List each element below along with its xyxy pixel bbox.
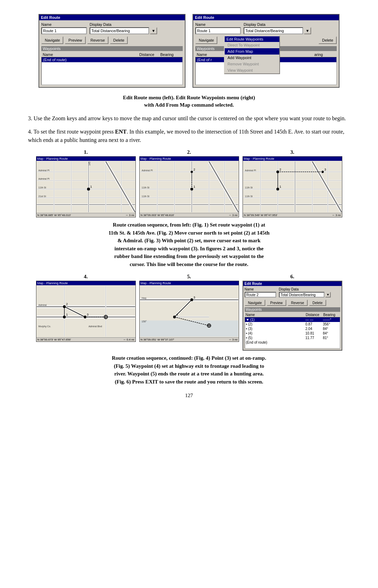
figure-6-dropdown[interactable]: ▼ (325, 292, 331, 297)
para1: 3. Use the Zoom keys and arrow keys to m… (28, 114, 350, 123)
figure-6-col-headers: Name Distance Bearing (245, 313, 340, 317)
context-menu-view[interactable]: View Waypoint (225, 67, 279, 73)
figure-2-body: 1 2 Admiral Pl 11th St 11th St (140, 162, 239, 212)
figure-6-wp-end-name: (End of route) (246, 340, 306, 344)
figure-6-titlebar: Edit Route (243, 281, 342, 286)
svg-text:2: 2 (66, 302, 68, 306)
edit-route-dialog-left: Edit Route Name Display Data ▼ (38, 14, 186, 88)
right-display-input[interactable] (244, 27, 303, 34)
caption3-bold: EXIT (145, 379, 158, 385)
context-menu-direct[interactable]: Direct To Waypoint (225, 42, 279, 48)
right-display-label: Display Data (244, 22, 311, 27)
figure-4-scale: ↔ 0.4 mi (123, 338, 134, 341)
svg-text:11th St: 11th St (245, 186, 252, 189)
figure-6-wp-3-dist: 2.04 (306, 327, 323, 331)
left-reverse-btn[interactable]: Reverse (87, 36, 108, 44)
figure-3-map: Map - Planning Route (243, 156, 342, 217)
figure-6-display-input[interactable] (279, 292, 324, 297)
figure-5-status: N 36°09.051' W 99°37.107' ↔ 3 mi (140, 337, 239, 342)
context-menu-remove[interactable]: Remove Waypoint (225, 61, 279, 67)
figure-6-container: 6. Edit Route Name Display Data ▼ (243, 274, 342, 351)
figure-6-delete-btn[interactable]: Delete (309, 300, 326, 306)
figure-2-status: N 38°09.003' W 95°48.816' ↔ 3 mi (140, 213, 239, 217)
left-display-dropdown[interactable]: ▼ (150, 27, 157, 34)
figure-6-body: Name Display Data ▼ Navigate Preview Re (243, 286, 342, 350)
right-field-group: Name Display Data ▼ (195, 22, 337, 34)
figure-1-num: 1. (84, 149, 88, 155)
figure-6-wp-1[interactable]: ▼ (1) — — ——° (245, 317, 340, 322)
figure-6-wp-1-bearing: ——° (323, 318, 339, 322)
svg-text:11th St: 11th St (245, 195, 252, 198)
svg-text:150°: 150° (141, 320, 146, 323)
svg-text:3: 3 (324, 168, 326, 171)
figure-2-titlebar: Map - Planning Route (140, 157, 239, 161)
figure-6-wp-3[interactable]: • (3) 2.04 84° (245, 327, 340, 331)
figure-6-wp-3-bearing: 84° (323, 327, 339, 331)
context-menu-add-waypoint[interactable]: Add Waypoint (225, 55, 279, 61)
svg-text:1: 1 (193, 185, 195, 188)
left-waypoint-end[interactable]: (End of route) (42, 57, 182, 62)
figure-1-scale: ↔ 3 mi (125, 214, 134, 217)
left-name-input[interactable] (41, 27, 87, 34)
left-waypoints-header: Waypoints (41, 46, 183, 51)
left-waypoints-list: (End of route) (41, 57, 183, 85)
figure-6-wp-list: ▼ (1) — — ——° • (2) 0.87 356° • (3) 2.04… (245, 317, 340, 349)
context-menu-add-from-map[interactable]: Add From Map (225, 48, 279, 55)
caption1-line1: Edit Route menu (left). Edit Route Waypo… (123, 95, 255, 100)
figure-2-map: Map - Planning Route (139, 156, 239, 217)
svg-text:Admiral Blvd: Admiral Blvd (88, 325, 102, 328)
figure-1-map: Map - Planning Route (36, 156, 136, 217)
left-navigate-btn[interactable]: Navigate (41, 36, 63, 44)
svg-point-56 (190, 171, 193, 173)
para2-pre: 4. To set the first route waypoint press (28, 129, 115, 135)
left-dialog-titlebar: Edit Route (39, 15, 185, 20)
figure-6-wp-4[interactable]: • (4) 10.81 84° (245, 331, 340, 336)
svg-text:11th St: 11th St (141, 186, 149, 189)
right-col-bearing: aring (314, 52, 335, 57)
caption1: Edit Route menu (left). Edit Route Waypo… (28, 94, 350, 109)
figure-6-name-input[interactable] (245, 292, 276, 297)
right-panel-wrapper: Edit Route Name Display Data ▼ (192, 14, 340, 88)
caption1-line2: with Add From Map command selected. (144, 102, 234, 108)
figure-1-status: N 38°08.885' W 95°48.010' ↔ 3 mi (36, 213, 135, 217)
right-navigate-btn[interactable]: Navigate (195, 36, 217, 44)
svg-text:11th St: 11th St (38, 186, 46, 189)
figure-6-wp-end[interactable]: (End of route) (245, 340, 340, 345)
figure-6-wp-header: Waypoints (245, 307, 340, 312)
left-wp-name: (End of route) (43, 58, 139, 62)
figure-6-wp-5[interactable]: • (5) 11.77 81° (245, 336, 340, 340)
svg-rect-122 (140, 321, 238, 337)
figure-1-titlebar: Map - Planning Route (36, 157, 135, 161)
left-dialog-body: Name Display Data ▼ Navigate Preview Re (39, 20, 185, 87)
para2: 4. To set the first route waypoint press… (28, 128, 350, 144)
figure-6-preview-btn[interactable]: Preview (267, 300, 286, 306)
figure-6-name-col: Name (245, 287, 276, 297)
figure-6-wp-end-bearing (323, 340, 339, 344)
left-display-input[interactable] (90, 27, 149, 34)
figure-3-titlebar: Map - Planning Route (243, 157, 342, 161)
figure-6-wp-2[interactable]: • (2) 0.87 356° (245, 322, 340, 327)
figure-4-status: N 38°00.673' W 95°47.656' ↔ 0.4 mi (36, 337, 135, 342)
figure-6-wp-1-name: ▼ (1) (246, 318, 306, 322)
figure-5-num: 5. (187, 274, 191, 280)
context-menu-title: Edit Route Waypoints (225, 36, 279, 42)
right-name-label: Name (195, 22, 241, 27)
figure-4-num: 4. (84, 274, 88, 280)
left-delete-btn[interactable]: Delete (110, 36, 128, 44)
figure-6-wp-4-bearing: 84° (323, 331, 339, 335)
figure-4-container: 4. Map - Planning Route (36, 274, 136, 351)
para2-bold: ENT (115, 129, 127, 135)
figure-6-wp-4-name: • (4) (246, 331, 306, 335)
left-display-col: Display Data ▼ (90, 22, 157, 34)
svg-text:Admiral Pl: Admiral Pl (38, 178, 49, 180)
left-preview-btn[interactable]: Preview (65, 36, 85, 44)
figure-6-reverse-btn[interactable]: Reverse (288, 300, 308, 306)
figure-1-container: 1. Map - Planning Route (36, 149, 136, 217)
figure-6-navigate-btn[interactable]: Navigate (245, 300, 265, 306)
right-delete-btn[interactable]: Delete (318, 36, 337, 44)
figure-6-display-col: Display Data ▼ (279, 287, 331, 297)
right-name-input[interactable] (195, 27, 241, 34)
right-display-dropdown[interactable]: ▼ (304, 27, 311, 34)
svg-point-23 (86, 187, 90, 191)
left-wp-dist (139, 58, 160, 62)
